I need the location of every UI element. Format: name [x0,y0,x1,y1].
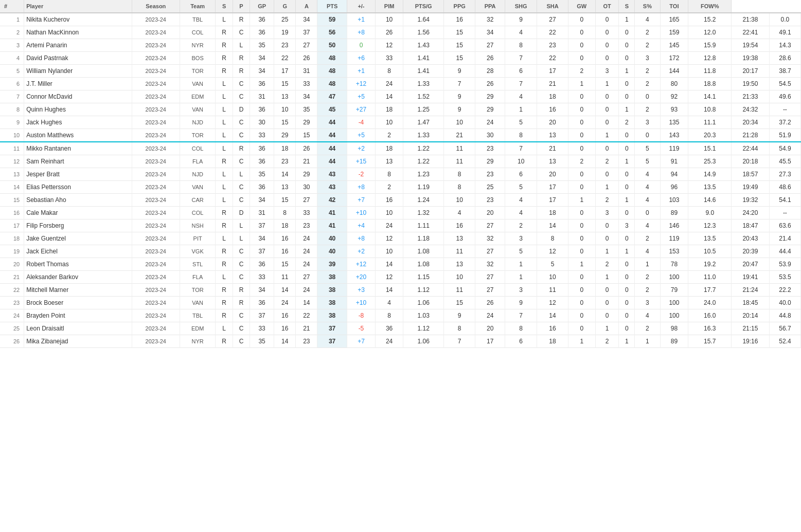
ot-cell: 1 [595,78,619,90]
gp-cell: 34 [250,65,274,78]
team-cell: COL [180,142,216,155]
shoot-cell: L [216,142,233,155]
rank-cell: 15 [0,194,24,207]
spct-cell: 24.0 [688,297,732,309]
ot-cell: 0 [595,39,619,52]
col-header-toi: TOI [660,0,688,13]
gp-cell: 35 [250,335,274,348]
ptspg-cell: 1.25 [403,103,444,116]
shots2-cell: 0 [619,207,635,219]
season-cell: 2023-24 [132,322,180,335]
season-cell: 2023-24 [132,90,180,103]
gp-cell: 31 [250,90,274,103]
shg-cell: 5 [505,116,537,129]
ot-cell: 0 [595,52,619,65]
ppa-cell: 29 [475,103,505,116]
table-row: 15Sebastian Aho2023-24CARLC34152742+7161… [0,194,801,207]
a-cell: 22 [296,309,317,322]
col-header-ppg: PPG [444,0,475,13]
ot-cell: 1 [595,322,619,335]
g-cell: 24 [274,297,296,309]
ptspg-cell: 1.11 [403,219,444,232]
shots2-cell: 1 [619,103,635,116]
shots2-cell: 1 [619,155,635,168]
pim-cell: 18 [376,142,403,155]
plusminus-cell: +10 [347,297,375,309]
col-header-ptspg: PTS/G [403,0,444,13]
gw-cell: 0 [568,116,595,129]
rank-cell: 21 [0,271,24,284]
ppa-cell: 24 [475,309,505,322]
gw-cell: 0 [568,103,595,116]
toi-cell: 20:18 [732,155,770,168]
gp-cell: 36 [250,13,274,26]
pts-cell: 50 [317,39,347,52]
team-cell: TOR [180,129,216,142]
pts-cell: 38 [317,297,347,309]
shotsnum-cell: 103 [660,194,688,207]
ppg-cell: 15 [444,52,475,65]
rank-cell: 12 [0,155,24,168]
pos-cell: L [233,39,250,52]
player-cell: Quinn Hughes [24,103,132,116]
gw-cell: 0 [568,13,595,26]
rank-cell: 13 [0,168,24,181]
gw-cell: 0 [568,142,595,155]
rank-cell: 10 [0,129,24,142]
fow-cell: 54.5 [769,78,800,90]
gp-cell: 37 [250,245,274,258]
gw-cell: 0 [568,207,595,219]
player-cell: Sebastian Aho [24,194,132,207]
shg-cell: 5 [505,245,537,258]
a-cell: 24 [296,232,317,245]
g-cell: 23 [274,155,296,168]
pts-cell: 40 [317,245,347,258]
rank-cell: 19 [0,245,24,258]
sha-cell: 14 [537,309,568,322]
shotpct2-cell: 2 [635,322,660,335]
shg-cell: 6 [505,335,537,348]
pim-cell: 10 [376,116,403,129]
shots2-cell: 1 [619,245,635,258]
ot-cell: 2 [595,335,619,348]
fow-cell: 49.1 [769,26,800,39]
pim-cell: 12 [376,39,403,52]
player-cell: Nikita Kucherov [24,13,132,26]
shots2-cell: 0 [619,322,635,335]
shots2-cell: 0 [619,232,635,245]
shots2-cell: 3 [619,219,635,232]
toi-cell: 20:39 [732,245,770,258]
pts-cell: 42 [317,194,347,207]
gw-cell: 2 [568,65,595,78]
pos-cell: C [233,335,250,348]
shots2-cell: 0 [619,90,635,103]
ppg-cell: 8 [444,322,475,335]
pts-cell: 44 [317,116,347,129]
toi-cell: 18:57 [732,168,770,181]
fow-cell: 44.8 [769,309,800,322]
gw-cell: 0 [568,271,595,284]
table-row: 4David Pastrnak2023-24BOSRR34222648+6331… [0,52,801,65]
player-cell: Artemi Panarin [24,39,132,52]
a-cell: 33 [296,207,317,219]
season-cell: 2023-24 [132,168,180,181]
pim-cell: 24 [376,78,403,90]
ppa-cell: 27 [475,271,505,284]
spct-cell: 12.3 [688,219,732,232]
ppa-cell: 29 [475,90,505,103]
gw-cell: 0 [568,52,595,65]
ptspg-cell: 1.52 [403,90,444,103]
team-cell: EDM [180,322,216,335]
shots2-cell: 0 [619,181,635,194]
shg-cell: 5 [505,181,537,194]
toi-cell: 21:38 [732,13,770,26]
a-cell: 21 [296,155,317,168]
ppa-cell: 32 [475,13,505,26]
ot-cell: 0 [595,13,619,26]
rank-cell: 5 [0,65,24,78]
ppg-cell: 8 [444,168,475,181]
shg-cell: 9 [505,13,537,26]
shotsnum-cell: 92 [660,90,688,103]
pts-cell: 59 [317,13,347,26]
shotpct2-cell: 2 [635,78,660,90]
